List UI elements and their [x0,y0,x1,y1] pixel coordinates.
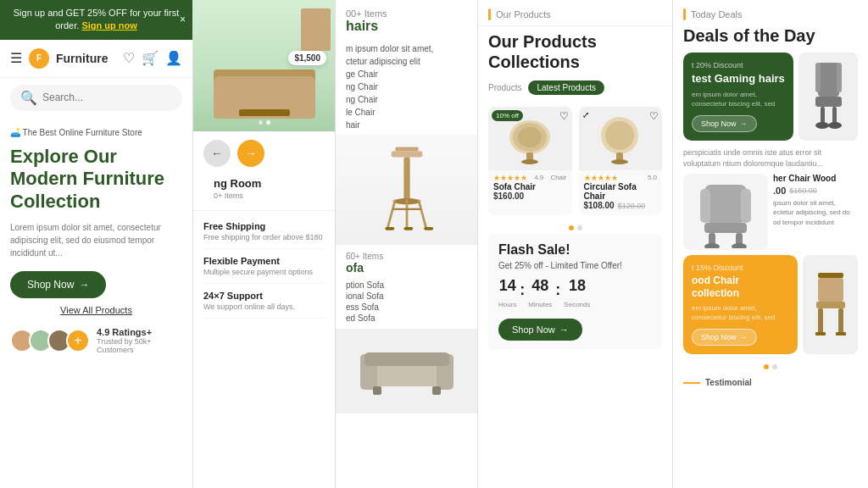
wishlist-icon-1[interactable]: ♡ [559,110,569,122]
deal-1-title: test Gaming hairs [692,72,785,86]
deal-1-shop-button[interactable]: Shop Now → [692,115,757,132]
product-card-1[interactable]: 10% off ♡ ★★★★★ 4.9 Chair Sofa Chair [488,107,572,215]
list-item[interactable]: ption Sofa [346,280,467,291]
feature-payment-title: Flexible Payment [203,256,325,266]
list-item[interactable]: ctetur adipiscing elit [346,55,467,68]
feature-support: 24×7 Support We support online all days. [203,284,325,319]
store-badge: 🛋️ The Best Online Furniture Store [10,128,182,137]
svg-point-21 [521,159,538,164]
chair-product-image [336,135,477,245]
table-shape [239,109,290,116]
minutes-value: 48 [528,277,552,295]
room-items-count: 0+ Items [203,191,325,207]
deals-title: Deals of the Day [673,22,868,53]
shop-now-button[interactable]: Shop Now → [10,271,106,298]
brand-icon: F [29,48,49,69]
deal-product-info: her Chair Wood .00 $150.00 ipsum dolor s… [773,174,858,250]
flash-sale-shop-button[interactable]: Shop Now → [498,319,582,341]
list-item[interactable]: ng Chair [346,80,467,93]
wood-chair-svg [810,269,852,341]
heart-icon[interactable]: ♡ [123,50,135,66]
testimonial-label: Testimonial [673,374,868,391]
panel-5: Today Deals Deals of the Day t 20% Disco… [673,0,868,488]
product-card-2[interactable]: ♡ ⤢ ★★★★★ 5.0 Circular Sofa Chair $108.0… [579,107,663,215]
deals-header: Today Deals [673,0,868,22]
svg-rect-47 [815,332,826,336]
feature-shipping-desc: Free shipping for order above $180 [203,233,325,241]
list-item[interactable]: hair [346,119,467,131]
nav-arrows: ← → [193,131,335,175]
next-arrow-button[interactable]: → [237,140,264,167]
tab-products[interactable]: Products [488,83,521,92]
add-avatar-button[interactable]: + [66,329,90,352]
testimonial-accent [683,382,700,384]
product-prices-1: $160.00 [493,191,567,201]
close-icon[interactable]: × [180,13,186,27]
svg-rect-1 [391,151,422,157]
view-all-link[interactable]: View All Products [10,305,182,315]
deal-product-desc: ipsum dolor sit amet, ectetur adipiscing… [773,198,858,227]
deal-1-discount: t 20% Discount [692,61,785,69]
hamburger-icon[interactable]: ☰ [10,50,22,66]
prev-arrow-button[interactable]: ← [203,140,231,167]
separator-2: : [555,281,560,299]
products-dots [478,222,672,234]
svg-rect-8 [403,227,413,230]
product-prices-2: $108.00 $120.00 [584,201,658,210]
deal-2-shop-button[interactable]: Shop Now → [692,329,757,346]
search-input[interactable] [42,92,172,103]
circular-chair-svg [597,114,643,164]
svg-rect-9 [424,227,433,230]
deal-2-shop-label: Shop Now [701,333,737,341]
svg-rect-36 [741,189,751,223]
avatars: + [10,329,90,352]
svg-rect-0 [395,147,419,152]
product-old-price-2: $120.00 [618,202,646,210]
list-item[interactable]: ional Sofa [346,291,467,302]
list-item[interactable]: ge Chair [346,68,467,80]
stars-2: ★★★★★ [584,174,618,182]
ratings-subtitle: Trusted by 50k+ Customers [97,337,182,354]
deal-1-arrow-icon: → [740,119,748,128]
svg-point-23 [605,121,634,150]
user-icon[interactable]: 👤 [165,50,182,66]
list-item[interactable]: le Chair [346,106,467,119]
deal-row-1: t 20% Discount test Gaming hairs em ipsu… [683,53,858,141]
minutes-box: 48 Minutes [528,277,552,310]
svg-point-32 [815,122,829,129]
list-item[interactable]: m ipsum dolor sit amet, [346,42,467,55]
flash-sale-title: Flash Sale! [498,242,652,258]
wishlist-icon-2[interactable]: ♡ [649,110,659,122]
image-dot-1 [259,120,263,125]
room-image: $1,500 [193,0,335,131]
products-header: Our Products [478,0,672,26]
price-tag: $1,500 [288,51,326,65]
list-item[interactable]: ess Sofa [346,302,467,313]
sofa-list: ption Sofa ional Sofa ess Sofa ed Sofa [336,278,477,325]
promo-link[interactable]: Sign up now [81,20,136,30]
chair-list: m ipsum dolor sit amet, ctetur adipiscin… [336,39,477,135]
gaming-chair-image [798,53,858,141]
tab-latest-products[interactable]: Latest Products [528,80,604,95]
svg-rect-46 [838,308,843,334]
list-item[interactable]: ng Chair [346,93,467,106]
recliner-image [683,174,768,250]
svg-rect-38 [709,233,715,245]
cart-icon[interactable]: 🛒 [142,50,159,66]
svg-point-41 [732,243,747,248]
list-item[interactable]: ed Sofa [346,313,467,324]
deals-dot-2 [772,364,777,369]
feature-payment-desc: Multiple secure payment options [203,268,325,276]
expand-icon-2[interactable]: ⤢ [582,110,589,119]
svg-rect-43 [818,278,843,302]
ratings-info: 4.9 Ratings+ Trusted by 50k+ Customers [97,327,182,354]
search-bar[interactable]: 🔍 [10,85,182,111]
flash-sale-arrow-icon: → [559,324,569,335]
product-price-1: $160.00 [493,191,524,201]
header-accent [488,8,491,20]
product-name-1: Sofa Chair [493,182,567,191]
flash-sale-desc: Get 25% off - Limited Time Offer! [498,261,652,270]
svg-rect-45 [818,308,823,334]
chairs-title: hairs [346,19,467,34]
deal-2-title: ood Chair collection [692,274,789,299]
